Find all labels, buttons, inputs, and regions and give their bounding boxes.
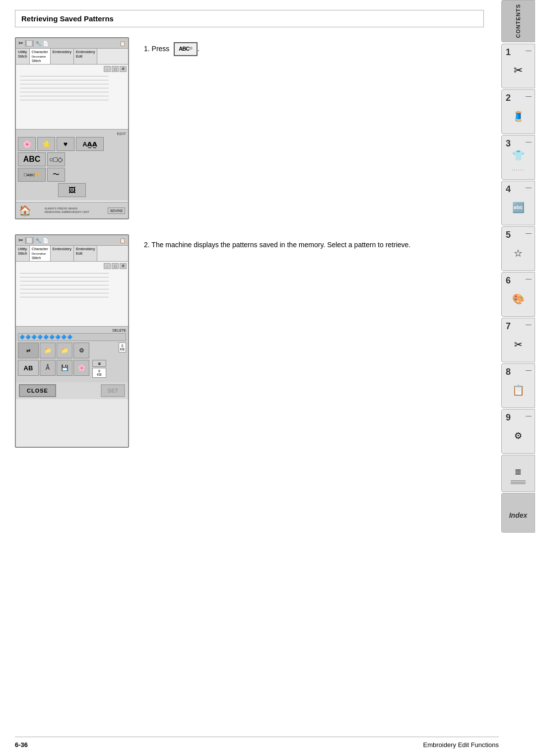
machine-menu-tabs-1: UtilityStitch CharacterDecorativeStitch … — [16, 49, 128, 65]
pattern-btn-aaa[interactable]: AA̲A̲ — [76, 137, 104, 151]
sidebar-tab-1[interactable]: 1 — ✂ — [501, 44, 535, 88]
tab-icon-index: Index — [509, 511, 528, 519]
machine-top-icons-2: ✂ ⬜ 🔧 📄 — [18, 237, 49, 244]
pattern-btn-flowers[interactable]: 🌸 — [18, 137, 36, 151]
tab-icon-5: ☆ — [514, 247, 523, 259]
machine-tab-utility[interactable]: UtilityStitch — [16, 49, 30, 64]
memory-row-2: AB Â 💾 🌸 🖥 9KB — [18, 360, 126, 379]
mem-btn-transfer[interactable]: ⇄ — [18, 343, 39, 358]
sidebar-tab-notes[interactable]: ≡ — [501, 455, 535, 492]
ctrl-btn-3-2[interactable]: ⚙ — [120, 263, 127, 269]
sidebar-tab-5[interactable]: 5 — ☆ — [501, 226, 535, 271]
sidebar-tab-3[interactable]: 3 — 👕...... — [501, 135, 535, 180]
abc-text: ABC — [179, 45, 189, 54]
machine-list-lines — [20, 76, 124, 100]
mem-btn-letter-a[interactable]: Â — [40, 360, 56, 376]
pattern-btn-star[interactable]: ⭐ — [37, 137, 55, 151]
machine-top-bar-1: ✂ ⬜ 🔧 📄 📋 — [16, 38, 128, 49]
machine-tab-character[interactable]: CharacterDecorativeStitch — [30, 49, 51, 64]
step1-instruction: Press — [152, 45, 170, 53]
tab-icon-1: ✂ — [514, 64, 523, 77]
list-line-2-3 — [20, 281, 109, 281]
icon-scissors-2: ✂ — [18, 237, 23, 244]
pattern-btn-abc-flower[interactable]: □ABC🌼 — [18, 168, 46, 182]
set-button[interactable]: SET — [101, 384, 125, 397]
list-line-6 — [20, 96, 109, 96]
ind-8: 🔷 — [61, 335, 67, 340]
sidebar-tab-9[interactable]: 9 — ⚙ — [501, 409, 535, 454]
mem-btn-ab[interactable]: AB — [18, 360, 39, 376]
tab-dash-3: — — [526, 138, 532, 145]
machine-tab-edit-2[interactable]: EmbroideryEdit — [74, 246, 97, 261]
machine-tab-character-2[interactable]: CharacterDecorativeStitch — [30, 246, 51, 261]
machine-screen-1: ✂ ⬜ 🔧 📄 📋 UtilityStitch CharacterDecorat… — [15, 37, 129, 219]
machine-bottom-1: 🏠 ALWAYS PRESS WHEN REMOVING EMBROIDERY … — [16, 202, 128, 218]
ctrl-btn-1-2[interactable]: - — [104, 263, 111, 269]
ind-1: 🔷 — [19, 335, 25, 340]
list-line-7 — [20, 100, 109, 100]
step1-text: 1. Press ABC⚙ . — [144, 42, 484, 56]
tab-dash-9: — — [526, 412, 532, 419]
sidebar-tab-7[interactable]: 7 — ✂ — [501, 318, 535, 362]
machine-tab-utility-2[interactable]: UtilityStitch — [16, 246, 30, 261]
ctrl-btn-3[interactable]: ⚙ — [120, 66, 127, 72]
ctrl-btn-2[interactable]: □ — [112, 66, 119, 72]
page-footer: 6-36 Embroidery Edit Functions — [15, 737, 499, 749]
tab-dash-5: — — [526, 230, 532, 237]
btn-row-4: 🖼 — [18, 183, 126, 197]
right-sidebar: CONTENTS 1 — ✂ 2 — 🧵 3 — 👕...... 4 — 🔤 5… — [500, 0, 536, 756]
ctrl-btn-2-2[interactable]: □ — [112, 263, 119, 269]
pattern-btn-wave[interactable]: 〜 — [47, 168, 65, 182]
tab-dash-1: — — [526, 47, 532, 54]
btn-row-2: ABC ○□◇ — [18, 152, 126, 166]
tab-dash-6: — — [526, 275, 532, 282]
pattern-btn-circle[interactable]: ○□◇ — [47, 152, 65, 166]
tab-dash-8: — — [526, 367, 532, 374]
mem-btn-save[interactable]: 💾 — [57, 360, 72, 376]
pattern-btn-abc[interactable]: ABC — [18, 152, 46, 166]
sidebar-tab-index[interactable]: Index — [501, 493, 535, 533]
tab-notes-lines — [511, 480, 526, 485]
sidebar-tab-contents[interactable]: CONTENTS — [501, 0, 535, 42]
machine-tab-embroidery[interactable]: Embroidery — [51, 49, 74, 64]
tab-icon-6: 🎨 — [512, 293, 525, 305]
sidebar-tab-4[interactable]: 4 — 🔤 — [501, 181, 535, 225]
tab-icon-4: 🔤 — [512, 202, 525, 213]
pattern-btn-frame[interactable]: 🖼 — [58, 183, 86, 197]
step2-text: 2. The machine displays the patterns sav… — [144, 239, 484, 250]
sidebar-tab-8[interactable]: 8 — 📋 — [501, 363, 535, 408]
ind-7: 🔷 — [55, 335, 61, 340]
kb-display-area: 0KB — [119, 343, 126, 353]
mem-btn-settings[interactable]: ⚙ — [73, 343, 89, 358]
ctrl-btn-1[interactable]: - — [104, 66, 111, 72]
mem-btn-folder2[interactable]: 📁 — [57, 343, 72, 358]
close-button[interactable]: CLOSE — [19, 384, 56, 397]
step2-content: 2. The machine displays the patterns sav… — [144, 234, 484, 255]
btn-row-3: □ABC🌼 〜 — [18, 168, 126, 182]
kb-display-area-2: 🖥 9KB — [92, 360, 106, 379]
sidebar-tab-2[interactable]: 2 — 🧵 — [501, 89, 535, 134]
icon-square: ⬜ — [25, 40, 34, 47]
pattern-btn-heart[interactable]: ♥ — [57, 137, 74, 151]
ind-5: 🔷 — [43, 335, 49, 340]
mem-btn-flower[interactable]: 🌸 — [73, 360, 89, 376]
machine-tab-edit[interactable]: EmbroideryEdit — [74, 49, 97, 64]
machine-display-area-2: - □ ⚙ — [16, 262, 128, 326]
ind-3: 🔷 — [31, 335, 37, 340]
step2-row: ✂ ⬜ 🔧 📄 📋 UtilityStitch CharacterDecorat… — [15, 234, 484, 448]
sdv-button[interactable]: SDV/N3 — [108, 207, 125, 214]
machine-tab-embroidery-2[interactable]: Embroidery — [51, 246, 74, 261]
sidebar-tab-6[interactable]: 6 — 🎨 — [501, 272, 535, 317]
list-line-2-5 — [20, 289, 109, 289]
warning-text: ALWAYS PRESS WHEN REMOVING EMBROIDERY UN… — [45, 207, 94, 214]
list-line-1 — [20, 76, 109, 76]
tab-dash-2: — — [526, 93, 532, 100]
list-line-5 — [20, 92, 109, 92]
list-line-2 — [20, 80, 109, 80]
ind-6: 🔷 — [49, 335, 55, 340]
step2-number: 2. — [144, 241, 150, 249]
tab-number-8: 8 — [506, 367, 511, 377]
mem-btn-folder1[interactable]: 📁 — [40, 343, 56, 358]
press-button-abc[interactable]: ABC⚙ — [174, 42, 198, 56]
tab-number-7: 7 — [506, 321, 511, 332]
